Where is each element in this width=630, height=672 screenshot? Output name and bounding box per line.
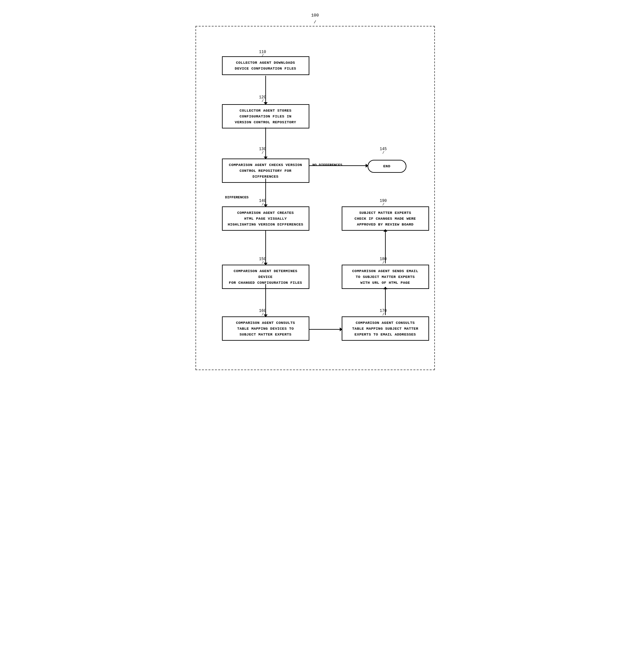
tick-140: / [262, 202, 264, 207]
node-170: COMPARISON AGENT CONSULTSTABLE MAPPING S… [342, 316, 429, 341]
node-130: COMPARISON AGENT CHECKS VERSIONCONTROL R… [222, 159, 309, 183]
node-190: SUBJECT MATTER EXPERTSCHECK IF CHANGES M… [342, 207, 429, 231]
tick-130: / [262, 151, 264, 155]
node-150: COMPARISON AGENT DETERMINES DEVICEFOR CH… [222, 265, 309, 289]
node-120: COLLECTOR AGENT STORESCONFIGURATION FILE… [222, 104, 309, 128]
node-180: COMPARISON AGENT SENDS EMAILTO SUBJECT M… [342, 265, 429, 289]
tick-145: / [383, 151, 385, 155]
ref-bracket: / [195, 20, 435, 25]
page: 100 / 110 120 130 140 150 160 145 190 18… [189, 6, 441, 377]
no-differences-label: NO DIFFERENCES [313, 163, 342, 167]
tick-120: / [262, 99, 264, 103]
diagram-border: 110 120 130 140 150 160 145 190 180 170 … [195, 26, 435, 370]
diagram-ref-100: 100 [195, 13, 435, 18]
node-160: COMPARISON AGENT CONSULTSTABLE MAPPING D… [222, 316, 309, 341]
node-140: COMPARISON AGENT CREATESHTML PAGE VISUAL… [222, 207, 309, 231]
flowchart: 110 120 130 140 150 160 145 190 180 170 … [202, 36, 428, 360]
differences-label: DIFFERENCES [225, 195, 249, 199]
tick-190: / [383, 202, 385, 207]
node-145: END [368, 160, 406, 173]
tick-160: / [262, 313, 264, 316]
tick-150: / [262, 261, 264, 265]
node-110: COLLECTOR AGENT DOWNLOADSDEVICE CONFIGUR… [222, 56, 309, 75]
ref-100-label: 100 [311, 13, 319, 18]
tick-180: / [383, 261, 385, 265]
tick-170: / [383, 313, 385, 316]
